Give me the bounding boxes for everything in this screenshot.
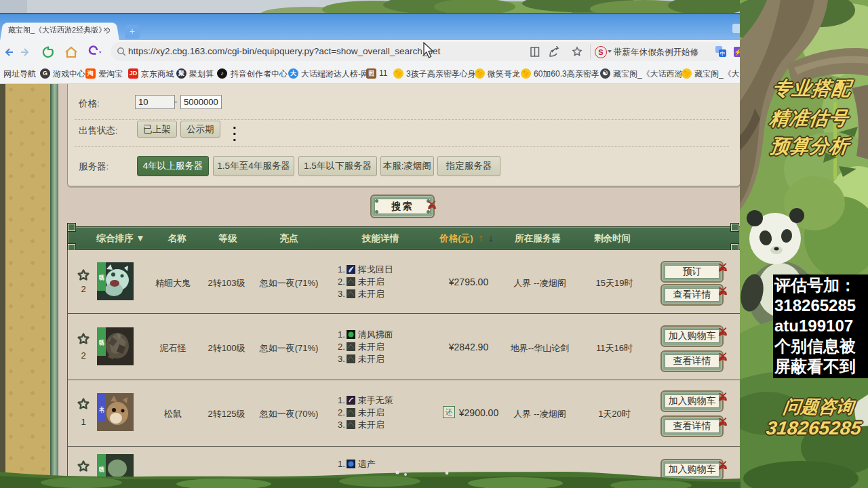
svg-text:⚡: ⚡ — [734, 48, 740, 56]
svg-text:中: 中 — [720, 51, 726, 57]
